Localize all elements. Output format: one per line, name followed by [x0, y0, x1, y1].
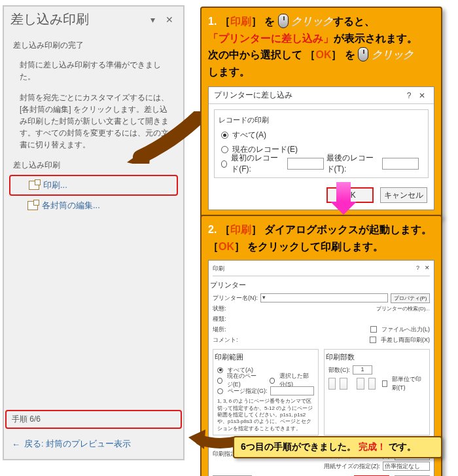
- properties-button[interactable]: プロパティ(P): [391, 293, 430, 303]
- radio-range-icon: [221, 160, 227, 168]
- edit-envelopes-label: 各封筒の編集...: [42, 200, 100, 211]
- pd-ptf-label: ファイルへ出力(L): [381, 325, 430, 334]
- close-icon[interactable]: ✕: [415, 91, 429, 100]
- pd-status-label: 状態:: [213, 304, 226, 313]
- t1n: クリック: [372, 49, 414, 60]
- t1c: ］: [251, 16, 262, 27]
- print-to-file-check[interactable]: [370, 326, 377, 333]
- merge-dialog-title: プリンターに差し込み: [214, 90, 402, 101]
- t2c: ］: [251, 224, 262, 235]
- print-link-highlight: 印刷...: [9, 175, 178, 196]
- radio-all-sm-icon: [217, 367, 223, 373]
- t1a: ［: [220, 16, 230, 27]
- find-printer-link[interactable]: プリンターの検索(D)...: [376, 305, 430, 312]
- scale-select[interactable]: 倍率指定なし: [383, 462, 430, 471]
- range-note: 1, 3, 6 のようにページ番号をカンマで区切って指定するか、5-12 のよう…: [217, 398, 314, 432]
- section-merge-label: 差し込み印刷: [13, 157, 174, 175]
- back-link-label: 戻る: 封筒のプレビュー表示: [24, 438, 131, 450]
- manual-duplex-check[interactable]: [370, 337, 376, 343]
- radio-current-icon: [221, 146, 228, 153]
- mail-merge-task-pane: 差し込み印刷 ▾ ✕ 差し込み印刷の完了 封筒に差し込み印刷する準備ができました…: [3, 5, 185, 460]
- opt-all-row[interactable]: すべて(A): [221, 128, 421, 142]
- record-group-title: レコードの印刷: [219, 115, 421, 125]
- t1i: 次の中から選択して: [208, 49, 302, 60]
- printer-icon: [29, 181, 39, 190]
- record-print-group: レコードの印刷 すべて(A) 現在のレコード(E) 最初のレコード(F): 最後…: [214, 109, 429, 178]
- edit-envelopes-link[interactable]: 各封筒の編集...: [13, 198, 174, 213]
- t1g: 「プリンターに差し込み」: [208, 33, 334, 44]
- t1l: ］: [331, 49, 342, 60]
- pd-where-label: 場所:: [213, 325, 226, 334]
- back-link[interactable]: ← 戻る: 封筒のプレビュー表示: [9, 434, 178, 454]
- t2a: ［: [220, 224, 230, 235]
- merge-cancel-button[interactable]: キャンセル: [380, 187, 427, 203]
- opt-range-row[interactable]: 最初のレコード(F): 最後のレコード(T):: [221, 156, 421, 171]
- step-number-1: 1.: [208, 16, 217, 27]
- panel-menu-dropdown[interactable]: ▾: [145, 12, 160, 27]
- radio-all-icon: [221, 132, 228, 139]
- pink-arrow-down-icon: [330, 182, 357, 215]
- step-number-2: 2.: [208, 224, 217, 235]
- page-icon: [340, 378, 347, 390]
- range-pages-label: ページ指定(G):: [228, 387, 268, 395]
- section-complete-label: 差し込み印刷の完了: [13, 37, 174, 55]
- radio-selected-sm-icon: [270, 378, 275, 384]
- banner-text-a: 6つ目の手順ができました。: [241, 441, 356, 452]
- radio-current-sm-icon: [217, 378, 222, 384]
- printer-name-select[interactable]: ▾: [260, 293, 388, 302]
- t1o: します。: [208, 66, 250, 77]
- range-current-row[interactable]: 現在のページ(E)選択した部分(S): [217, 375, 314, 386]
- t2e: ［: [208, 241, 219, 252]
- range-title: 印刷範囲: [215, 352, 314, 362]
- collate-check[interactable]: [382, 380, 387, 387]
- t1h: が表示されます。: [334, 33, 417, 44]
- customize-description: 封筒を宛先ごとにカスタマイズするには、[各封筒の編集] をクリックします。差し込…: [13, 89, 174, 157]
- pd-duplex-label: 手差し両面印刷(X): [381, 336, 430, 344]
- t1m: を: [345, 49, 355, 60]
- help-icon[interactable]: ?: [402, 91, 415, 100]
- completion-banner: 6つ目の手順ができました。 完成！ です。: [233, 436, 442, 458]
- t1e: クリック: [291, 16, 333, 27]
- close-icon-2[interactable]: ✕: [425, 265, 430, 273]
- instruction-callout-1: 1. ［印刷］ を クリックすると、 「プリンターに差し込み」が表示されます。 …: [200, 7, 442, 218]
- panel-close-icon[interactable]: ✕: [162, 12, 177, 27]
- pd-comment-label: コメント:: [213, 336, 238, 344]
- print-range-group: 印刷範囲 すべて(A) 現在のページ(E)選択した部分(S) ページ指定(G):…: [213, 349, 319, 435]
- mouse-icon-2: [358, 47, 368, 62]
- t2g: ］: [234, 241, 245, 252]
- back-arrow-icon: ←: [12, 439, 20, 449]
- range-pages-input[interactable]: [270, 386, 315, 395]
- page-icon: [368, 378, 376, 390]
- panel-title: 差し込み印刷: [10, 10, 143, 28]
- range-pages-row[interactable]: ページ指定(G):: [217, 386, 314, 396]
- t1b: 印刷: [230, 16, 251, 27]
- opt-first-label: 最初のレコード(F):: [231, 153, 284, 175]
- scale-label: 用紙サイズの指定(Z):: [324, 462, 380, 471]
- last-record-input[interactable]: [382, 158, 419, 170]
- t1f: すると、: [333, 16, 375, 27]
- banner-done: 完成！: [359, 441, 386, 452]
- page-icon: [357, 378, 364, 390]
- t1j: ［: [305, 49, 315, 60]
- document-icon: [27, 201, 38, 210]
- print-link-label: 印刷...: [43, 179, 67, 191]
- t2b: 印刷: [230, 224, 251, 235]
- t2h: をクリックして印刷します。: [247, 241, 383, 252]
- complete-description: 封筒に差し込み印刷する準備ができました。: [13, 55, 174, 89]
- pd-name-label: プリンター名(N):: [213, 294, 258, 302]
- pd-type-label: 種類:: [213, 315, 226, 323]
- copies-input[interactable]: 1: [353, 365, 372, 375]
- copies-label: 部数(C):: [328, 366, 350, 375]
- merge-to-printer-dialog: プリンターに差し込み ? ✕ レコードの印刷 すべて(A) 現在のレコード(E)…: [208, 86, 434, 210]
- step-indicator: 手順 6/6: [5, 410, 182, 429]
- t1k: OK: [315, 49, 331, 60]
- first-record-input[interactable]: [287, 158, 324, 170]
- copies-group: 印刷部数 部数(C):1 部単位で印刷(T): [324, 349, 430, 435]
- page-icon: [328, 378, 336, 390]
- banner-desu: です。: [389, 441, 416, 452]
- t2f: OK: [219, 241, 234, 252]
- t1d: を: [264, 16, 275, 27]
- print-link[interactable]: 印刷...: [14, 178, 173, 192]
- opt-last-label: 最後のレコード(T):: [326, 153, 379, 175]
- mouse-icon: [278, 14, 289, 28]
